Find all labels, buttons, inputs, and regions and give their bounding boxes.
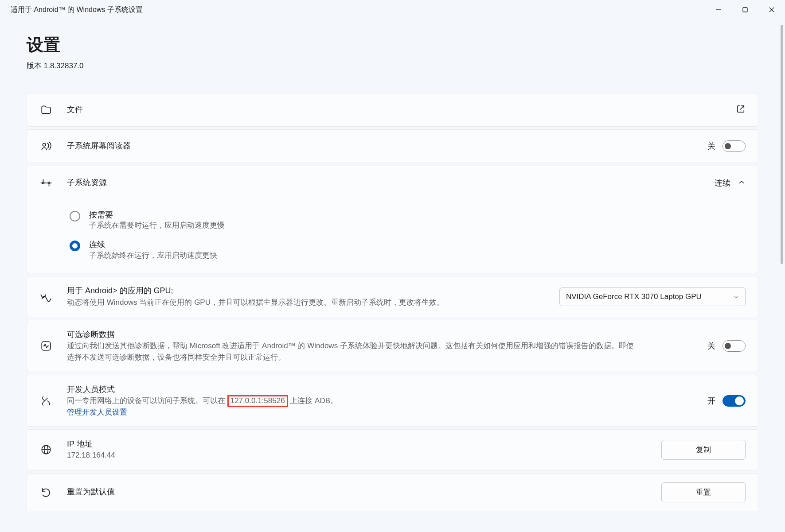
diagnostics-desc: 通过向我们发送其他诊断数据，帮助 Microsoft 改进适用于 Android… — [67, 340, 634, 363]
window-controls — [705, 0, 785, 19]
option-desc: 子系统在需要时运行，应用启动速度更慢 — [89, 220, 225, 231]
developer-mode-toggle[interactable] — [723, 395, 746, 407]
developer-mode-desc: 同一专用网络上的设备可以访问子系统。可以在 127.0.0.1:58526 上连… — [67, 395, 634, 407]
ip-title: IP 地址 — [67, 439, 661, 450]
minimize-button[interactable] — [705, 0, 732, 19]
title-bar: 适用于 Android™ 的 Windows 子系统设置 — [0, 0, 785, 19]
network-icon — [39, 443, 53, 456]
screen-reader-state: 关 — [707, 141, 715, 151]
resources-option-ondemand[interactable]: 按需要 子系统在需要时运行，应用启动速度更慢 — [39, 206, 746, 235]
maximize-button[interactable] — [732, 0, 758, 19]
diagnostics-card: 可选诊断数据 通过向我们发送其他诊断数据，帮助 Microsoft 改进适用于 … — [27, 320, 758, 372]
developer-mode-title: 开发人员模式 — [67, 384, 707, 395]
gpu-select[interactable]: NVIDIA GeForce RTX 3070 Laptop GPU — [559, 287, 746, 306]
reset-title: 重置为默认值 — [67, 486, 661, 497]
chevron-down-icon — [733, 294, 739, 300]
ip-value: 172.18.164.44 — [67, 450, 634, 461]
resources-options: 按需要 子系统在需要时运行，应用启动速度更慢 连续 子系统始终在运行，应用启动速… — [27, 200, 758, 273]
files-card[interactable]: 文件 — [27, 93, 758, 127]
diagnostics-title: 可选诊断数据 — [67, 329, 707, 340]
gpu-icon — [39, 290, 53, 303]
files-title: 文件 — [67, 104, 736, 115]
diagnostics-state: 关 — [707, 341, 715, 351]
option-title: 按需要 — [89, 210, 225, 220]
resources-card[interactable]: 子系统资源 连续 — [27, 166, 758, 200]
developer-mode-state: 开 — [707, 396, 715, 406]
resources-state: 连续 — [715, 178, 730, 188]
resources-title: 子系统资源 — [67, 177, 715, 188]
dev-desc-before: 同一专用网络上的设备可以访问子系统。可以在 — [67, 396, 227, 405]
content: 设置 版本 1.8.32837.0 文件 子系统屏幕阅读器 关 — [0, 19, 785, 511]
svg-point-4 — [43, 144, 46, 147]
reset-card: 重置为默认值 重置 — [27, 473, 758, 511]
diagnostics-toggle[interactable] — [723, 340, 746, 352]
radio-selected-icon — [70, 241, 80, 251]
diagnostics-icon — [39, 339, 53, 353]
screen-reader-title: 子系统屏幕阅读器 — [67, 140, 707, 151]
folder-icon — [39, 103, 53, 116]
gpu-title: 用于 Android> 的应用的 GPU; — [67, 285, 559, 296]
screen-reader-toggle[interactable] — [723, 140, 746, 152]
close-button[interactable] — [758, 0, 785, 19]
developer-icon — [39, 394, 53, 408]
open-external-icon[interactable] — [736, 104, 746, 116]
dev-desc-after: 上连接 ADB。 — [288, 396, 338, 405]
gpu-selected-value: NVIDIA GeForce RTX 3070 Laptop GPU — [566, 292, 702, 301]
svg-rect-1 — [743, 8, 747, 12]
option-title: 连续 — [89, 240, 217, 250]
option-desc: 子系统始终在运行，应用启动速度更快 — [89, 250, 217, 261]
radio-unselected-icon — [70, 211, 80, 221]
developer-mode-card: 开发人员模式 同一专用网络上的设备可以访问子系统。可以在 127.0.0.1:5… — [27, 375, 758, 427]
ip-address-card: IP 地址 172.18.164.44 复制 — [27, 429, 758, 470]
window-title: 适用于 Android™ 的 Windows 子系统设置 — [11, 5, 705, 15]
resources-icon — [39, 176, 53, 190]
gpu-card: 用于 Android> 的应用的 GPU; 动态将使用 Windows 当前正在… — [27, 276, 758, 317]
scrollbar[interactable] — [781, 25, 783, 264]
copy-button[interactable]: 复制 — [661, 440, 746, 460]
reset-button[interactable]: 重置 — [661, 482, 746, 502]
resources-option-continuous[interactable]: 连续 子系统始终在运行，应用启动速度更快 — [39, 235, 746, 265]
screen-reader-icon — [39, 140, 53, 153]
chevron-up-icon — [738, 178, 746, 188]
page-title: 设置 — [27, 34, 758, 56]
gpu-desc: 动态将使用 Windows 当前正在使用的 GPU，并且可以根据主显示器进行更改… — [67, 297, 559, 308]
manage-dev-settings-link[interactable]: 管理开发人员设置 — [67, 407, 707, 417]
reset-icon — [39, 485, 53, 499]
version-text: 版本 1.8.32837.0 — [27, 61, 758, 71]
adb-address-highlight: 127.0.0.1:58526 — [227, 395, 288, 407]
screen-reader-card: 子系统屏幕阅读器 关 — [27, 129, 758, 163]
